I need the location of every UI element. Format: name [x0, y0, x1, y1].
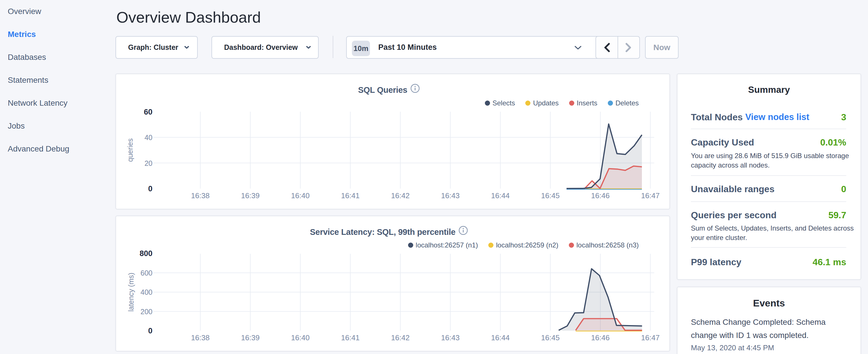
- svg-text:0: 0: [148, 185, 152, 193]
- svg-text:16:47: 16:47: [641, 191, 660, 200]
- svg-text:800: 800: [140, 249, 152, 258]
- svg-text:20: 20: [145, 159, 152, 167]
- svg-text:queries: queries: [126, 138, 134, 162]
- svg-text:600: 600: [141, 269, 152, 277]
- svg-text:16:42: 16:42: [391, 333, 409, 342]
- svg-text:16:40: 16:40: [291, 191, 309, 200]
- svg-text:16:47: 16:47: [641, 333, 660, 342]
- svg-text:16:38: 16:38: [191, 333, 210, 342]
- svg-text:200: 200: [141, 308, 152, 316]
- svg-text:60: 60: [144, 108, 152, 116]
- svg-text:16:44: 16:44: [491, 191, 509, 200]
- svg-text:16:43: 16:43: [441, 191, 460, 200]
- svg-text:16:41: 16:41: [341, 191, 360, 200]
- svg-text:16:46: 16:46: [591, 191, 610, 200]
- svg-text:latency (ms): latency (ms): [127, 273, 135, 312]
- svg-text:16:41: 16:41: [341, 333, 360, 342]
- svg-text:16:45: 16:45: [541, 191, 560, 200]
- svg-text:16:39: 16:39: [241, 333, 260, 342]
- svg-text:16:45: 16:45: [541, 333, 560, 342]
- svg-text:16:44: 16:44: [491, 333, 509, 342]
- svg-text:16:42: 16:42: [391, 191, 409, 200]
- svg-text:400: 400: [141, 288, 152, 296]
- svg-text:16:39: 16:39: [241, 191, 260, 200]
- svg-text:16:43: 16:43: [441, 333, 460, 342]
- svg-text:16:38: 16:38: [191, 191, 210, 200]
- svg-text:0: 0: [148, 326, 152, 335]
- svg-text:40: 40: [145, 133, 152, 141]
- svg-text:16:46: 16:46: [591, 333, 610, 342]
- svg-text:16:40: 16:40: [291, 333, 309, 342]
